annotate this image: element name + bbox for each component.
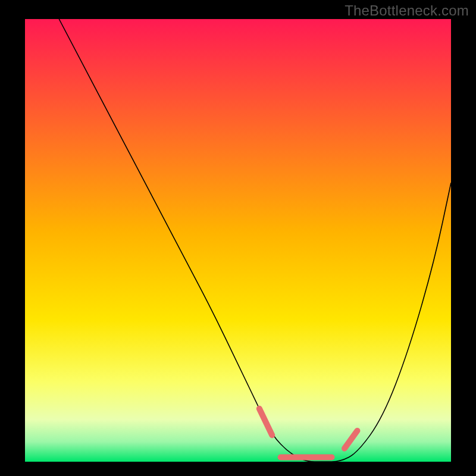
chart-frame: TheBottleneck.com [0,0,476,476]
watermark-text: TheBottleneck.com [345,2,469,19]
plot-background [25,19,451,462]
chart-svg [0,0,476,476]
